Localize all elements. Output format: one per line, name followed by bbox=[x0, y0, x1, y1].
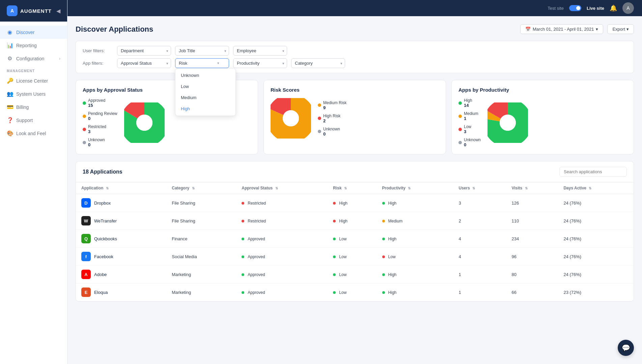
cell-users-3: 4 bbox=[453, 248, 506, 266]
approved-text: Approved 15 bbox=[88, 98, 105, 108]
chevron-right-icon: › bbox=[59, 56, 60, 61]
avatar[interactable]: A bbox=[622, 2, 634, 14]
department-select[interactable]: Department bbox=[117, 46, 171, 56]
legend-pending: Pending Review 0 bbox=[83, 111, 117, 121]
medium-risk-dot bbox=[318, 103, 321, 107]
app-name: Dropbox bbox=[94, 201, 111, 206]
sort-icon[interactable]: ⇅ bbox=[106, 186, 109, 190]
sidebar-item-billing[interactable]: 💳 Billing bbox=[0, 100, 67, 114]
approval-legend: Approved 15 Pending Review 0 bbox=[83, 98, 117, 147]
risk-chart-content: Medium Risk 9 High Risk 2 bbox=[271, 98, 439, 139]
app-icon: Q bbox=[81, 234, 91, 243]
live-toggle[interactable] bbox=[569, 5, 581, 11]
unknown-prod-count: 0 bbox=[464, 142, 481, 147]
col-days: Days Active ⇅ bbox=[558, 182, 634, 194]
export-button[interactable]: Export ▾ bbox=[607, 24, 634, 34]
approval-status-select[interactable]: Approval Status bbox=[117, 58, 171, 68]
unknown-risk-text: Unknown 0 bbox=[323, 127, 340, 136]
sidebar-toggle-icon[interactable]: ◀ bbox=[56, 8, 60, 14]
date-range-button[interactable]: 📅 March 01, 2021 - April 01, 2021 ▾ bbox=[520, 24, 603, 34]
sidebar-item-reporting[interactable]: 📊 Reporting bbox=[0, 39, 67, 52]
employee-select[interactable]: Employee bbox=[233, 46, 287, 56]
sort-icon[interactable]: ⇅ bbox=[192, 186, 195, 190]
cell-productivity-4: High bbox=[377, 266, 453, 283]
app-name: Adobe bbox=[94, 272, 107, 277]
sidebar-item-system-users[interactable]: 👥 System Users bbox=[0, 87, 67, 100]
topbar: Test site Live site 🔔 A bbox=[67, 0, 642, 16]
risk-option-high[interactable]: High bbox=[175, 103, 235, 114]
risk-option-low[interactable]: Low bbox=[175, 81, 235, 92]
unknown-risk-count: 0 bbox=[323, 131, 340, 136]
col-approval: Approval Status ⇅ bbox=[236, 182, 328, 194]
export-label: Export bbox=[612, 27, 625, 32]
category-select[interactable]: Category bbox=[291, 58, 345, 68]
unknown-approval-count: 0 bbox=[88, 142, 105, 147]
pending-dot bbox=[83, 115, 86, 118]
sidebar-item-configuration[interactable]: ⚙ Configuration › bbox=[0, 52, 67, 65]
medium-risk-text: Medium Risk 9 bbox=[323, 100, 346, 110]
toggle-pill[interactable] bbox=[569, 5, 581, 11]
filters-section: User filters: Department Job Title Emplo… bbox=[76, 41, 634, 73]
cell-category-4: Marketing bbox=[166, 266, 236, 283]
calendar-icon: 📅 bbox=[525, 27, 531, 32]
sort-icon[interactable]: ⇅ bbox=[525, 186, 528, 190]
low-prod-count: 3 bbox=[464, 129, 471, 134]
sidebar-item-label: Discover bbox=[16, 30, 34, 35]
user-filters-label: User filters: bbox=[83, 48, 113, 53]
sort-icon[interactable]: ⇅ bbox=[344, 186, 347, 190]
risk-dropdown-menu: Unknown Low Medium High bbox=[175, 68, 236, 116]
risk-chart-title: Risk Scores bbox=[271, 87, 439, 93]
unknown-prod-dot bbox=[458, 141, 462, 144]
risk-select-wrapper: Risk ▾ Unknown Low Medium High bbox=[175, 58, 229, 68]
cell-visits-3: 96 bbox=[506, 248, 558, 266]
app-name: Facebook bbox=[94, 254, 113, 259]
sort-icon[interactable]: ⇅ bbox=[472, 186, 475, 190]
app-name: WeTransfer bbox=[94, 218, 117, 223]
sidebar-item-discover[interactable]: ◉ Discover bbox=[0, 26, 67, 39]
high-prod-text: High 14 bbox=[464, 98, 472, 108]
risk-dropdown-trigger[interactable]: Risk ▾ bbox=[175, 58, 229, 68]
chevron-down-icon: ▾ bbox=[626, 27, 629, 32]
sidebar-logo: A AUGMENTT ◀ bbox=[0, 0, 67, 22]
risk-option-medium[interactable]: Medium bbox=[175, 92, 235, 103]
svg-point-2 bbox=[136, 115, 152, 131]
sidebar-item-label: Billing bbox=[16, 104, 29, 110]
productivity-select[interactable]: Productivity bbox=[233, 58, 287, 68]
applications-table-section: 18 Applications Application ⇅ Category ⇅… bbox=[76, 161, 634, 302]
unknown-risk-dot bbox=[318, 130, 321, 133]
chevron-down-icon: ▾ bbox=[596, 27, 598, 32]
table-header-row: Application ⇅ Category ⇅ Approval Status… bbox=[76, 182, 634, 194]
sort-icon[interactable]: ⇅ bbox=[408, 186, 411, 190]
cell-approval-0: Restricted bbox=[236, 194, 328, 212]
sidebar-item-license[interactable]: 🔑 License Center bbox=[0, 74, 67, 87]
support-icon: ❓ bbox=[7, 117, 13, 123]
legend-approved: Approved 15 bbox=[83, 98, 117, 108]
sort-icon[interactable]: ⇅ bbox=[589, 186, 591, 190]
col-risk: Risk ⇅ bbox=[328, 182, 376, 194]
cell-productivity-5: High bbox=[377, 283, 453, 301]
medium-prod-text: Medium 1 bbox=[464, 111, 478, 121]
legend-restricted: Restricted 3 bbox=[83, 124, 117, 134]
cell-risk-5: Low bbox=[328, 283, 376, 301]
medium-risk-label: Medium Risk bbox=[323, 100, 346, 105]
sidebar-item-support[interactable]: ❓ Support bbox=[0, 114, 67, 127]
search-input[interactable] bbox=[559, 167, 627, 177]
cell-approval-3: Approved bbox=[236, 248, 328, 266]
cell-risk-2: Low bbox=[328, 230, 376, 248]
chat-button[interactable]: 💬 bbox=[618, 340, 634, 356]
table-apps-count: 18 Applications bbox=[83, 169, 122, 175]
productivity-legend: High 14 Medium 1 bbox=[458, 98, 481, 147]
legend-low-prod: Low 3 bbox=[458, 124, 481, 134]
sort-icon[interactable]: ⇅ bbox=[275, 186, 278, 190]
low-prod-text: Low 3 bbox=[464, 124, 471, 134]
sidebar-item-look-feel[interactable]: 🎨 Look and Feel bbox=[0, 127, 67, 140]
job-title-select[interactable]: Job Title bbox=[175, 46, 229, 56]
pending-text: Pending Review 0 bbox=[88, 111, 117, 121]
cell-productivity-1: Medium bbox=[377, 212, 453, 230]
risk-legend: Medium Risk 9 High Risk 2 bbox=[318, 100, 346, 136]
sidebar-nav: ◉ Discover 📊 Reporting ⚙ Configuration ›… bbox=[0, 22, 67, 144]
risk-option-unknown[interactable]: Unknown bbox=[175, 70, 235, 81]
legend-medium-risk: Medium Risk 9 bbox=[318, 100, 346, 110]
notification-bell-icon[interactable]: 🔔 bbox=[610, 4, 617, 12]
cell-category-1: File Sharing bbox=[166, 212, 236, 230]
